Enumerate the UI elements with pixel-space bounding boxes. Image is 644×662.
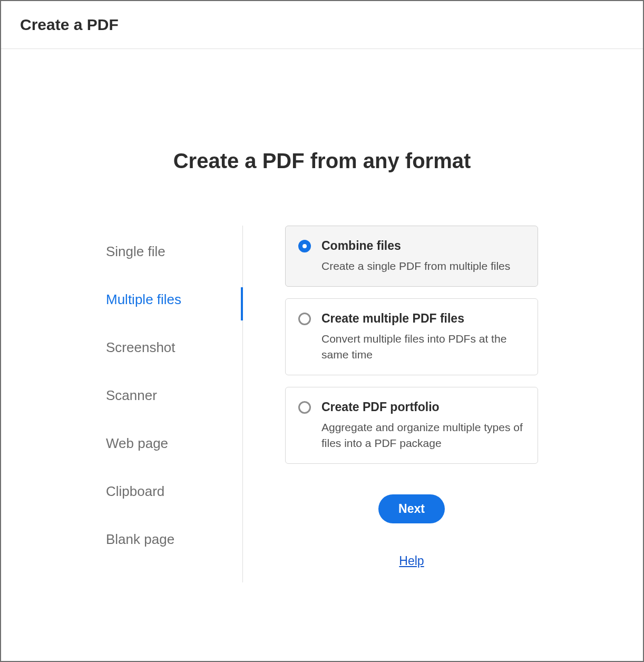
sidebar-item-clipboard[interactable]: Clipboard [106, 476, 242, 507]
sidebar-item-label: Clipboard [106, 483, 164, 499]
option-text: Create multiple PDF files Convert multip… [321, 311, 525, 362]
option-create-pdf-portfolio[interactable]: Create PDF portfolio Aggregate and organ… [285, 387, 538, 464]
option-text: Combine files Create a single PDF from m… [321, 239, 525, 274]
sidebar-item-blank-page[interactable]: Blank page [106, 524, 242, 555]
dialog-header: Create a PDF [1, 1, 643, 49]
option-title: Create multiple PDF files [321, 311, 525, 326]
source-type-sidebar: Single file Multiple files Screenshot Sc… [106, 226, 243, 582]
help-link[interactable]: Help [399, 554, 424, 568]
next-button[interactable]: Next [378, 494, 445, 523]
sidebar-item-label: Screenshot [106, 339, 175, 355]
dialog-title: Create a PDF [20, 16, 624, 34]
options-panel: Combine files Create a single PDF from m… [243, 226, 538, 582]
option-title: Create PDF portfolio [321, 400, 525, 414]
main-heading: Create a PDF from any format [173, 149, 471, 173]
sidebar-item-label: Multiple files [106, 291, 181, 307]
main-area: Single file Multiple files Screenshot Sc… [106, 226, 538, 582]
dialog-content: Create a PDF from any format Single file… [1, 49, 643, 661]
sidebar-item-label: Scanner [106, 387, 157, 403]
option-create-multiple-pdf[interactable]: Create multiple PDF files Convert multip… [285, 298, 538, 375]
sidebar-item-scanner[interactable]: Scanner [106, 380, 242, 411]
sidebar-item-web-page[interactable]: Web page [106, 428, 242, 459]
dialog-window: Create a PDF Create a PDF from any forma… [0, 0, 644, 662]
option-description: Convert multiple files into PDFs at the … [321, 331, 525, 362]
radio-icon [298, 401, 311, 414]
sidebar-item-label: Blank page [106, 531, 174, 547]
sidebar-item-label: Web page [106, 435, 168, 451]
radio-icon [298, 313, 311, 325]
option-description: Aggregate and organize multiple types of… [321, 420, 525, 451]
sidebar-item-single-file[interactable]: Single file [106, 236, 242, 267]
option-combine-files[interactable]: Combine files Create a single PDF from m… [285, 226, 538, 287]
sidebar-item-label: Single file [106, 244, 165, 259]
option-description: Create a single PDF from multiple files [321, 258, 525, 274]
option-text: Create PDF portfolio Aggregate and organ… [321, 400, 525, 451]
option-title: Combine files [321, 239, 525, 253]
radio-icon [298, 240, 311, 252]
sidebar-item-multiple-files[interactable]: Multiple files [106, 284, 242, 315]
sidebar-item-screenshot[interactable]: Screenshot [106, 332, 242, 363]
